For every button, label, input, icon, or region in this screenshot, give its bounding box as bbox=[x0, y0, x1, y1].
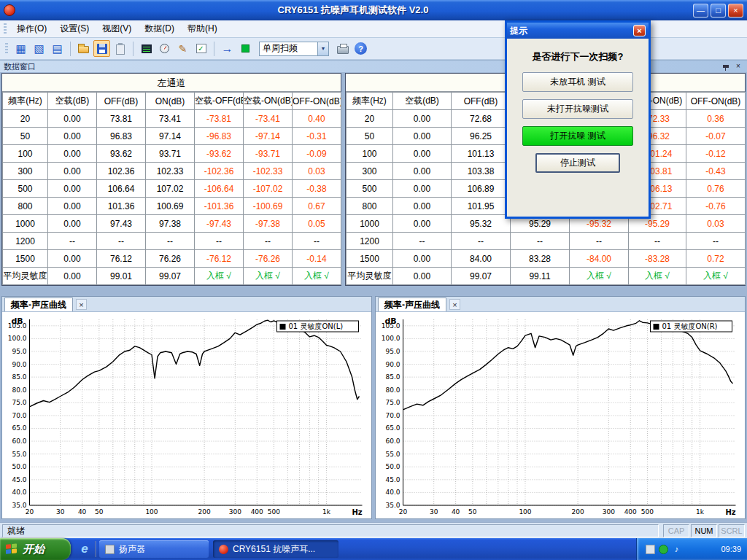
table-cell: 1500 bbox=[3, 250, 48, 268]
svg-text:500: 500 bbox=[641, 508, 654, 516]
svg-text:01 灵敏度ON(L): 01 灵敏度ON(L) bbox=[289, 322, 344, 330]
start-test-icon[interactable]: → bbox=[219, 40, 236, 57]
dialog-title: 提示 bbox=[510, 25, 527, 37]
spectrum-view-icon[interactable] bbox=[138, 40, 155, 57]
limit-check-icon-glyph: ✓ bbox=[196, 44, 206, 53]
tile-windows-icon-glyph: ▦ bbox=[15, 43, 26, 54]
dialog-button-停止测试[interactable]: 停止测试 bbox=[535, 153, 620, 173]
toolbar-grip[interactable] bbox=[5, 43, 8, 55]
table-row: 1000.0093.6293.71-93.62-93.71-0.09 bbox=[3, 145, 341, 163]
table-row: 15000.0084.0083.28-84.00-83.280.72 bbox=[347, 250, 746, 268]
status-key-num: NUM bbox=[691, 524, 717, 537]
ime-keyboard-icon[interactable] bbox=[646, 545, 655, 554]
table-cell: 0.40 bbox=[293, 110, 341, 128]
svg-text:1k: 1k bbox=[696, 508, 705, 516]
table-cell: -97.38 bbox=[244, 215, 293, 233]
cry6151-app-icon bbox=[219, 545, 228, 554]
table-cell: 103.38 bbox=[452, 163, 511, 180]
table-cell: 100 bbox=[347, 145, 393, 163]
help-icon[interactable]: ? bbox=[352, 40, 369, 57]
table-cell: 20 bbox=[3, 110, 48, 128]
menu-item[interactable]: 设置(S) bbox=[53, 20, 96, 38]
table-cell: -93.71 bbox=[244, 145, 293, 163]
print-icon[interactable] bbox=[334, 40, 351, 57]
panel-close-icon[interactable]: × bbox=[733, 62, 743, 71]
table-cell: 0.00 bbox=[393, 145, 452, 163]
table-cell: 300 bbox=[3, 163, 48, 180]
tile-windows-icon[interactable]: ▦ bbox=[12, 40, 29, 57]
tab-frequency-spl-curve[interactable]: 频率-声压曲线 bbox=[4, 298, 73, 311]
table-cell: 99.11 bbox=[511, 268, 570, 285]
tab-close-icon[interactable]: × bbox=[449, 299, 460, 310]
stop-test-icon[interactable] bbox=[237, 40, 254, 57]
volume-icon[interactable]: ♪ bbox=[672, 545, 681, 554]
menu-item[interactable]: 帮助(H) bbox=[181, 20, 224, 38]
table-cell: 0.00 bbox=[393, 163, 452, 180]
table-row: 1200------------ bbox=[3, 233, 341, 250]
table-cell: 500 bbox=[347, 180, 393, 198]
right-chart-panel: 频率-声压曲线 × 35.040.045.050.055.060.065.070… bbox=[375, 296, 746, 519]
table-cell: 106.89 bbox=[452, 180, 511, 198]
menu-item[interactable]: 操作(O) bbox=[10, 20, 53, 38]
export-data-icon[interactable] bbox=[112, 40, 128, 57]
table-cell: 0.00 bbox=[393, 198, 452, 215]
table-cell: 97.14 bbox=[146, 128, 195, 145]
save-file-icon[interactable] bbox=[93, 40, 110, 57]
table-cell: 73.81 bbox=[97, 110, 146, 128]
report-view-icon[interactable]: ▤ bbox=[49, 40, 66, 57]
table-cell: 1000 bbox=[3, 215, 48, 233]
minimize-button[interactable]: — bbox=[693, 4, 708, 18]
internet-explorer-icon[interactable]: e bbox=[77, 541, 93, 557]
table-cell: 93.71 bbox=[146, 145, 195, 163]
start-button[interactable]: 开始 bbox=[0, 538, 71, 560]
column-header: 空载-OFF(dB) bbox=[195, 93, 244, 110]
new-data-window-icon-glyph: ▧ bbox=[34, 43, 44, 54]
table-cell: 96.83 bbox=[97, 128, 146, 145]
maximize-button[interactable]: □ bbox=[711, 4, 726, 18]
svg-text:70.0: 70.0 bbox=[385, 412, 400, 419]
svg-text:Hz: Hz bbox=[726, 508, 736, 516]
svg-text:75.0: 75.0 bbox=[12, 399, 26, 406]
table-cell: 101.36 bbox=[97, 198, 146, 215]
pin-icon[interactable] bbox=[721, 62, 731, 71]
chart-tab-strip: 频率-声压曲线 × bbox=[376, 297, 745, 312]
table-cell: 1000 bbox=[347, 215, 393, 233]
table-cell: 0.00 bbox=[48, 268, 97, 285]
application-window: CRY6151 抗噪声耳机测试软件 V2.0 — □ × 操作(O)设置(S)视… bbox=[0, 0, 747, 560]
level-meter-icon[interactable] bbox=[156, 40, 173, 57]
menu-item[interactable]: 视图(V) bbox=[96, 20, 138, 38]
svg-text:dB: dB bbox=[12, 316, 23, 326]
limit-check-icon[interactable]: ✓ bbox=[193, 40, 209, 57]
table-cell: -76.26 bbox=[244, 250, 293, 268]
table-cell: -107.02 bbox=[244, 180, 293, 198]
combo-dropdown-arrow-icon[interactable]: ▼ bbox=[317, 42, 328, 55]
table-row: 平均灵敏度0.0099.0199.07入框 √入框 √入框 √ bbox=[3, 268, 341, 285]
edit-curve-icon[interactable]: ✎ bbox=[174, 40, 191, 57]
table-cell: 0.00 bbox=[48, 110, 97, 128]
taskbar: 开始 e 扬声器CRY6151 抗噪声耳... ♪09:39 bbox=[0, 538, 747, 560]
close-button[interactable]: × bbox=[728, 4, 743, 18]
table-cell: 99.07 bbox=[146, 268, 195, 285]
table-row: 10000.0097.4397.38-97.43-97.380.05 bbox=[3, 215, 341, 233]
dialog-close-icon[interactable]: × bbox=[633, 25, 646, 36]
taskbar-task-cry6151[interactable]: CRY6151 抗噪声耳... bbox=[213, 540, 338, 558]
open-file-icon[interactable] bbox=[75, 40, 92, 57]
table-cell: 0.00 bbox=[48, 145, 97, 163]
table-cell: 96.25 bbox=[452, 128, 511, 145]
antivirus-shield-icon[interactable] bbox=[659, 545, 668, 554]
menu-grip[interactable] bbox=[4, 23, 7, 35]
table-cell: 95.32 bbox=[452, 215, 511, 233]
tab-close-icon[interactable]: × bbox=[76, 299, 87, 310]
table-cell: 0.00 bbox=[393, 110, 452, 128]
dialog-button-未打开抗噪测试[interactable]: 未打开抗噪测试 bbox=[522, 99, 633, 119]
dialog-button-未放耳机-测试[interactable]: 未放耳机 测试 bbox=[522, 72, 633, 92]
menu-item[interactable]: 数据(D) bbox=[138, 20, 181, 38]
table-cell: 0.00 bbox=[48, 250, 97, 268]
new-data-window-icon[interactable]: ▧ bbox=[31, 40, 47, 57]
table-cell: 0.00 bbox=[48, 215, 97, 233]
taskbar-task-speaker[interactable]: 扬声器 bbox=[99, 540, 209, 558]
table-cell: 1200 bbox=[3, 233, 48, 250]
sweep-mode-select[interactable]: 单周扫频▼ bbox=[259, 42, 329, 56]
dialog-button-打开抗噪-测试[interactable]: 打开抗噪 测试 bbox=[522, 126, 633, 146]
tab-frequency-spl-curve[interactable]: 频率-声压曲线 bbox=[378, 298, 446, 311]
